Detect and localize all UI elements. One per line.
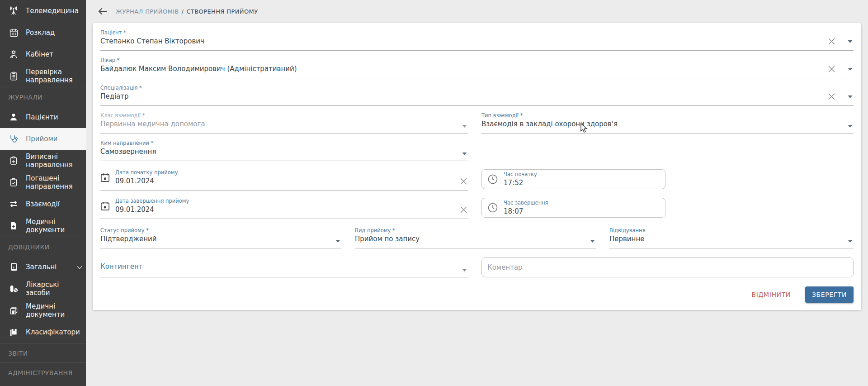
patient-select[interactable]: Пацієнт * Степанко Степан Вікторович xyxy=(100,27,854,51)
antenna-icon xyxy=(8,6,19,16)
dropdown-arrow-icon[interactable] xyxy=(462,152,467,155)
sidebar-item-medicines[interactable]: Лікарські засоби xyxy=(0,278,86,300)
sidebar-item-redeemed-referrals[interactable]: Погашені направлення xyxy=(0,172,86,193)
visit-kind-select[interactable]: Вид прийому * Прийом по запису xyxy=(355,224,596,248)
sidebar-item-interactions[interactable]: Взаємодії xyxy=(0,193,86,215)
dropdown-arrow-icon[interactable] xyxy=(462,269,467,272)
status-select[interactable]: Статус прийому * Підтверджений xyxy=(100,224,341,248)
specialization-value: Педіатр xyxy=(100,92,854,101)
dropdown-arrow-icon xyxy=(462,125,467,128)
sidebar-section-journals: ЖУРНАЛИ xyxy=(0,87,86,106)
start-date-picker[interactable]: Дата початку прийому 09.01.2024 xyxy=(100,167,468,191)
visit-repeat-select[interactable]: Відвідування Первинне xyxy=(609,224,854,248)
sidebar-item-general-directories[interactable]: Загальні xyxy=(0,256,86,278)
start-time-value: 17:52 xyxy=(504,179,537,187)
sidebar-item-label: Пацієнти xyxy=(26,113,58,121)
person-icon xyxy=(8,112,19,122)
dropdown-arrow-icon[interactable] xyxy=(848,95,853,98)
patient-label: Пацієнт * xyxy=(100,29,854,36)
start-date-value: 09.01.2024 xyxy=(115,177,178,186)
sidebar-item-label: Класифікатори xyxy=(26,328,80,336)
contingent-select[interactable]: Контингент xyxy=(100,255,468,277)
referred-by-select[interactable]: Ким направлений * Самозвернення xyxy=(100,137,468,161)
sidebar-item-cabinet[interactable]: Кабінет xyxy=(0,43,86,65)
cancel-button[interactable]: ВІДМІНИТИ xyxy=(749,287,793,302)
books-icon xyxy=(8,328,19,337)
sidebar-item-medical-documents-directory[interactable]: Медичні документи xyxy=(0,300,86,321)
calendar-icon[interactable] xyxy=(100,201,110,213)
main-content: ЖУРНАЛ ПРИЙОМІВ / СТВОРЕННЯ ПРИЙОМУ Паці… xyxy=(86,0,868,386)
dropdown-arrow-icon[interactable] xyxy=(848,68,853,71)
visit-repeat-value: Первинне xyxy=(609,235,854,243)
sidebar-item-label: Виписані направлення xyxy=(26,152,82,169)
sidebar-item-medical-documents[interactable]: Медичні документи xyxy=(0,215,86,237)
interaction-type-select[interactable]: Тип взаємодії * Взаємодія в закладі охор… xyxy=(481,110,854,133)
sidebar-item-classifiers[interactable]: Класифікатори xyxy=(0,321,86,343)
end-date-value: 09.01.2024 xyxy=(115,205,189,214)
sidebar-section-reports: ЗВІТИ xyxy=(0,343,86,362)
contingent-label: Контингент xyxy=(100,257,468,272)
stethoscope-icon xyxy=(8,134,19,144)
doctor-value: Байдалюк Максим Володимирович (Адміністр… xyxy=(100,65,854,73)
clock-icon xyxy=(487,202,498,213)
specialization-select[interactable]: Спеціалізація * Педіатр xyxy=(100,82,854,106)
sidebar-item-label: Телемедицина xyxy=(26,7,79,15)
dropdown-arrow-icon[interactable] xyxy=(848,40,853,43)
clipboard-check-icon xyxy=(8,178,19,187)
end-time-value: 18:07 xyxy=(504,207,548,216)
clear-icon[interactable] xyxy=(828,93,835,100)
start-date-label: Дата початку прийому xyxy=(115,169,178,176)
sidebar-item-schedule[interactable]: Розклад xyxy=(0,22,86,43)
status-value: Підтверджений xyxy=(100,235,341,243)
save-button[interactable]: ЗБЕРЕГТИ xyxy=(805,286,854,303)
sidebar-item-referral-check[interactable]: Перевірка направлення xyxy=(0,65,86,87)
dropdown-arrow-icon[interactable] xyxy=(335,240,340,243)
dropdown-arrow-icon[interactable] xyxy=(848,240,853,243)
sidebar-item-label: Взаємодії xyxy=(26,200,60,208)
sidebar-item-label: Погашені направлення xyxy=(26,174,82,191)
clock-icon xyxy=(487,174,498,185)
back-arrow-icon[interactable] xyxy=(98,6,108,17)
appointment-form-card: Пацієнт * Степанко Степан Вікторович Лік… xyxy=(93,23,861,310)
dropdown-arrow-icon[interactable] xyxy=(848,125,853,128)
breadcrumb-current: СТВОРЕННЯ ПРИЙОМУ xyxy=(186,8,258,15)
visit-kind-value: Прийом по запису xyxy=(355,235,596,243)
sidebar-item-label: Перевірка направлення xyxy=(26,68,82,84)
chevron-down-icon xyxy=(77,263,82,271)
referred-by-value: Самозвернення xyxy=(100,148,468,156)
patient-value: Степанко Степан Вікторович xyxy=(100,37,854,46)
sidebar-item-label: Медичні документи xyxy=(26,218,82,234)
doctor-icon xyxy=(8,49,19,59)
visit-repeat-label: Відвідування xyxy=(609,227,854,234)
clear-icon[interactable] xyxy=(460,206,467,213)
start-time-label: Час початку xyxy=(504,171,537,177)
breadcrumb-separator: / xyxy=(182,8,184,15)
clear-icon[interactable] xyxy=(460,178,467,185)
sidebar-item-label: Розклад xyxy=(26,29,55,37)
clear-icon[interactable] xyxy=(828,66,835,72)
start-time-picker[interactable]: Час початку 17:52 xyxy=(481,169,665,189)
breadcrumb: ЖУРНАЛ ПРИЙОМІВ / СТВОРЕННЯ ПРИЙОМУ xyxy=(86,0,868,17)
end-date-picker[interactable]: Дата завершення прийому 09.01.2024 xyxy=(100,195,468,219)
dropdown-arrow-icon[interactable] xyxy=(590,240,595,243)
status-label: Статус прийому * xyxy=(100,227,341,234)
sidebar-item-telemedicine[interactable]: Телемедицина xyxy=(0,0,86,22)
end-time-picker[interactable]: Час завершення 18:07 xyxy=(481,198,665,218)
calendar-icon[interactable] xyxy=(100,173,110,184)
sidebar-item-label: Загальні xyxy=(26,263,57,271)
sidebar-item-patients[interactable]: Пацієнти xyxy=(0,106,86,128)
sidebar-item-issued-referrals[interactable]: Виписані направлення xyxy=(0,150,86,172)
sidebar-item-appointments[interactable]: Прийоми xyxy=(0,128,86,150)
breadcrumb-parent-link[interactable]: ЖУРНАЛ ПРИЙОМІВ xyxy=(116,8,179,15)
visit-kind-label: Вид прийому * xyxy=(355,227,596,234)
interaction-class-select: Клас взаємодії * Первинна медична допомо… xyxy=(100,110,468,133)
calendar-icon xyxy=(8,28,19,38)
document-plus-icon xyxy=(8,221,19,230)
clear-icon[interactable] xyxy=(828,38,835,45)
sidebar-item-label: Прийоми xyxy=(26,135,58,143)
interaction-type-value: Взаємодія в закладі охорони здоров'я xyxy=(481,120,854,129)
doctor-select[interactable]: Лікар * Байдалюк Максим Володимирович (А… xyxy=(100,54,854,78)
comment-input[interactable] xyxy=(487,263,848,272)
interaction-class-label: Клас взаємодії * xyxy=(100,112,468,119)
sidebar: Телемедицина Розклад Кабінет xyxy=(0,0,86,386)
